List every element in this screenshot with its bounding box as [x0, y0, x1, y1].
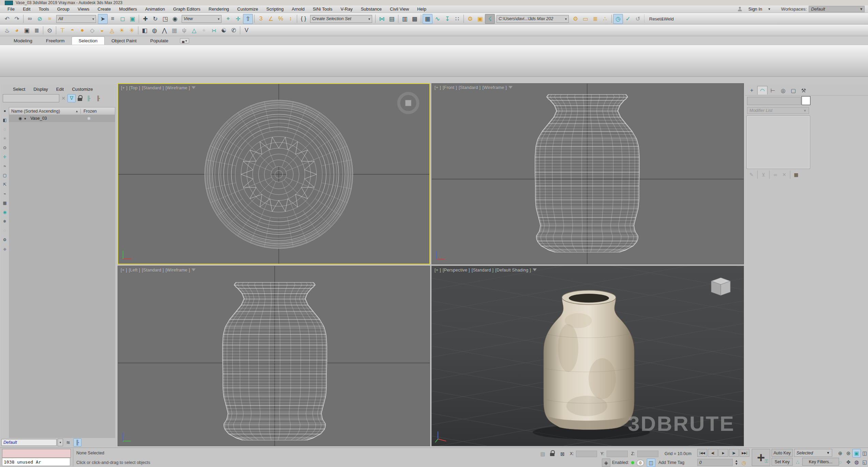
transform-type-in-icon[interactable]: ⊠: [558, 450, 567, 458]
explorer-display-groups-icon[interactable]: ▢: [1, 172, 9, 179]
create-selection-set-combo[interactable]: Create Selection Set▾: [310, 15, 372, 23]
go-to-start-button[interactable]: |◀◀: [697, 449, 707, 457]
explorer-menu-display[interactable]: Display: [30, 86, 51, 92]
scene-explorer-list[interactable]: [9, 122, 115, 438]
column-frozen-header[interactable]: Frozen: [80, 109, 115, 114]
viewport-renderer-label[interactable]: [Standard ]: [459, 85, 481, 90]
selection-brackets-icon[interactable]: ◫: [647, 458, 655, 467]
vray-plane-light-icon[interactable]: ⊤: [58, 26, 67, 35]
explorer-display-containers-icon[interactable]: ▦: [1, 199, 9, 207]
explorer-lock-icon[interactable]: [77, 95, 83, 102]
vray-physical-camera-icon[interactable]: ⊙: [45, 26, 55, 35]
vray-grass-icon[interactable]: ψ: [179, 26, 189, 35]
object-name[interactable]: Vase_03: [30, 116, 75, 121]
explorer-display-cameras-icon[interactable]: ⊙: [1, 144, 9, 151]
viewport-shading-label[interactable]: [Default Shading ]: [495, 268, 531, 273]
viewport-view-label[interactable]: [Top ]: [129, 86, 140, 90]
menu-rendering[interactable]: Rendering: [204, 6, 233, 12]
ribbon-tab-selection[interactable]: Selection: [72, 37, 105, 45]
menu-animation[interactable]: Animation: [141, 6, 169, 12]
redo-icon[interactable]: ↷: [12, 14, 22, 24]
zoom-icon[interactable]: ⊕: [836, 449, 844, 457]
set-keys-button[interactable]: +⚿: [752, 449, 770, 466]
script-open-folder-icon[interactable]: ▭: [580, 14, 590, 24]
pin-stack-icon[interactable]: ✎: [747, 171, 756, 179]
add-time-tag[interactable]: Add Time Tag: [658, 460, 684, 465]
previous-frame-button[interactable]: ◀|: [708, 449, 718, 457]
select-object-icon[interactable]: ➤: [98, 14, 108, 24]
auto-key-button[interactable]: Auto Key: [772, 449, 793, 457]
layer-dropdown-arrow[interactable]: ▾: [58, 439, 63, 446]
explorer-search-input[interactable]: [3, 94, 59, 102]
explorer-display-hidden-icon[interactable]: ◌: [1, 227, 9, 234]
select-and-manipulate-icon[interactable]: ✛: [233, 14, 243, 24]
vray-logo-icon[interactable]: V: [242, 26, 252, 35]
select-and-link-icon[interactable]: ∞: [25, 14, 35, 24]
front-view-canvas[interactable]: [432, 84, 744, 264]
menu-graph-editors[interactable]: Graph Editors: [169, 6, 204, 12]
project-folder-dropdown[interactable]: C:\Users\davi...\3ds Max 202▾: [497, 15, 569, 23]
isolate-selection-toggle-icon[interactable]: ▧: [538, 450, 547, 458]
menu-file[interactable]: File: [3, 6, 19, 12]
menu-arnold[interactable]: Arnold: [288, 6, 309, 12]
viewport-filter-icon[interactable]: [192, 268, 196, 271]
zoom-region-icon[interactable]: ◌: [836, 458, 844, 466]
toggle-layer-explorer-icon[interactable]: ▩: [410, 14, 420, 24]
zoom-all-icon[interactable]: ⊛: [844, 449, 853, 457]
menu-substance[interactable]: Substance: [357, 6, 386, 12]
vray-mesh-light-icon[interactable]: ◇: [87, 26, 97, 35]
show-end-result-icon[interactable]: ⊻: [759, 171, 768, 179]
render-production-icon[interactable]: ☇: [485, 14, 495, 24]
undo-icon[interactable]: ↶: [2, 14, 12, 24]
viewport-renderer-label[interactable]: [Standard ]: [142, 86, 164, 90]
menu-help[interactable]: Help: [413, 6, 430, 12]
menu-customize[interactable]: Customize: [233, 6, 262, 12]
schematic-view-icon[interactable]: ∷: [452, 14, 462, 24]
explorer-pin-icon[interactable]: ◆: [1, 245, 9, 253]
modifier-stack[interactable]: [747, 116, 810, 169]
viewport-filter-icon[interactable]: [508, 86, 513, 89]
vray-sun-rays-icon[interactable]: ✳: [127, 26, 137, 35]
explorer-display-shapes-icon[interactable]: ◌: [1, 126, 9, 133]
create-tab[interactable]: +: [747, 86, 757, 94]
set-key-button[interactable]: Set Key: [772, 458, 793, 466]
vray-sphere-light-icon[interactable]: ●: [77, 26, 87, 35]
percent-snap-toggle-icon[interactable]: %: [276, 14, 286, 24]
snaps-toggle-3d-icon[interactable]: 3: [256, 14, 266, 24]
explorer-display-spacewarps-icon[interactable]: ≈: [1, 162, 9, 170]
vray-fur-icon[interactable]: ◍: [150, 26, 159, 35]
vray-dome-light-icon[interactable]: ◓: [67, 26, 77, 35]
reset-weld-label[interactable]: Reset&Weld: [649, 16, 674, 21]
explorer-display-helpers-icon[interactable]: ✛: [1, 153, 9, 161]
vray-proxy-icon[interactable]: ◧: [140, 26, 150, 35]
select-and-scale-icon[interactable]: ◳: [160, 14, 170, 24]
next-frame-button[interactable]: |▶: [729, 449, 739, 457]
script-list-icon[interactable]: ≣: [590, 14, 600, 24]
maxscript-listener-line[interactable]: 1038 unused Ar: [2, 458, 70, 466]
pan-icon[interactable]: ✥: [844, 458, 853, 466]
vray-color-dots-icon[interactable]: ∺: [209, 26, 219, 35]
scene-converter-check-icon[interactable]: ✓: [623, 14, 633, 24]
object-color-swatch[interactable]: [802, 96, 810, 105]
menu-edit[interactable]: Edit: [19, 6, 34, 12]
frozen-snowflake-icon[interactable]: ❄: [87, 116, 91, 121]
dope-sheet-icon[interactable]: ↧: [442, 14, 452, 24]
viewport-menu-plus[interactable]: [+ ]: [121, 86, 127, 90]
menu-scripting[interactable]: Scripting: [262, 6, 288, 12]
key-filters-button[interactable]: Key Filters...: [802, 458, 839, 466]
menu-sini-tools[interactable]: SiNi Tools: [309, 6, 337, 12]
undo-history-icon[interactable]: ↺: [633, 14, 643, 24]
explorer-menu-select[interactable]: Select: [10, 86, 29, 92]
layers-icon[interactable]: ≋: [64, 438, 72, 447]
toggle-ribbon-icon[interactable]: ▦: [423, 14, 432, 24]
viewport-view-label[interactable]: [Perspective ]: [443, 268, 470, 273]
vray-volume-grid-icon[interactable]: ▦: [169, 26, 179, 35]
utilities-tab[interactable]: ⚒: [799, 86, 808, 94]
column-name-header[interactable]: Name (Sorted Ascending): [9, 109, 75, 114]
explorer-settings-icon[interactable]: ⚙: [1, 236, 9, 244]
viewport-left[interactable]: [+ ] [Left ] [Standard ] [Wireframe ]: [118, 266, 430, 446]
y-coordinate-field[interactable]: [607, 451, 628, 457]
left-view-canvas[interactable]: [118, 266, 430, 446]
selection-filter-dropdown[interactable]: All▾: [56, 15, 96, 23]
remove-modifier-icon[interactable]: ✕: [780, 171, 789, 179]
